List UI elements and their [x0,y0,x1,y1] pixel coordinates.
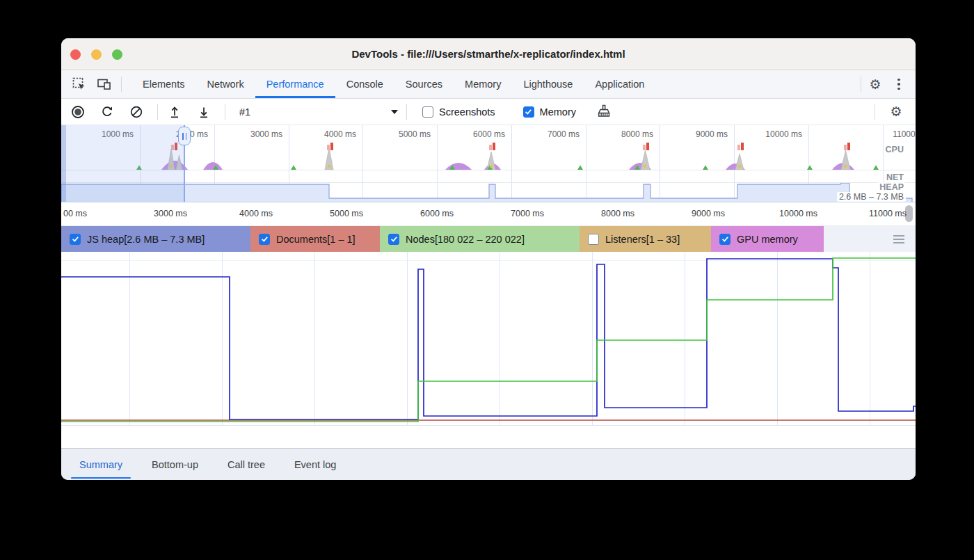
legend-tail [824,226,916,252]
divider [121,77,122,92]
overview-selected-range[interactable] [61,125,185,202]
memory-label: Memory [540,106,576,118]
memory-counters-legend: JS heap[2.6 MB – 7.3 MB] Documents[1 – 1… [61,226,916,252]
screenshots-toggle[interactable]: Screenshots [422,106,495,118]
record-button[interactable] [68,102,88,122]
tab-application[interactable]: Application [584,70,655,98]
device-toolbar-icon[interactable] [95,74,114,94]
legend-listeners[interactable]: Listeners[1 – 33] [580,226,711,252]
memory-counters-chart[interactable] [61,252,916,426]
screen-background: DevTools - file:///Users/stmarthe/x-repl… [0,0,974,560]
tab-sources[interactable]: Sources [394,70,454,98]
detail-tabbar: Summary Bottom-up Call tree Event log [61,448,916,480]
dropdown-caret-icon [391,110,398,114]
inspect-element-icon[interactable] [70,74,89,94]
divider [406,104,407,120]
memory-toggle[interactable]: Memory [523,106,576,118]
documents-checkbox[interactable] [259,234,270,245]
save-profile-icon[interactable] [194,102,214,122]
legend-js-heap[interactable]: JS heap[2.6 MB – 7.3 MB] [61,226,250,252]
listeners-checkbox[interactable] [588,234,599,245]
listeners-label: Listeners[1 – 33] [605,234,680,245]
tab-lighthouse[interactable]: Lighthouse [512,70,584,98]
heap-range-label: 2.6 MB – 7.3 MB [837,192,906,202]
tab-call-tree[interactable]: Call tree [218,449,275,480]
detail-time-ruler: 00 ms3000 ms4000 ms5000 ms6000 ms7000 ms… [61,202,916,226]
screenshots-checkbox[interactable] [422,106,433,118]
tab-summary[interactable]: Summary [70,449,132,480]
collect-garbage-icon[interactable] [594,102,614,122]
tab-bottom-up[interactable]: Bottom-up [142,449,208,480]
counter-series-plot [61,252,916,426]
recording-select[interactable]: #1 [232,103,405,121]
nodes-checkbox[interactable] [388,234,399,245]
clear-recording-button[interactable] [127,102,146,122]
divider [157,104,158,120]
js-heap-label: JS heap[2.6 MB – 7.3 MB] [87,234,205,245]
overview-heap-graph [61,183,916,202]
gpu-memory-checkbox[interactable] [719,234,730,245]
reload-record-button[interactable] [97,102,117,122]
legend-gpu-memory[interactable]: GPU memory [711,226,824,252]
legend-documents[interactable]: Documents[1 – 1] [250,226,380,252]
recording-select-value: #1 [239,106,250,118]
panel-tabs: Elements Network Performance Console Sou… [131,70,655,98]
tab-network[interactable]: Network [195,70,255,98]
gpu-memory-label: GPU memory [737,234,798,245]
tab-memory[interactable]: Memory [454,70,512,98]
cpu-lane-label: CPU [884,145,906,154]
documents-label: Documents[1 – 1] [276,234,356,245]
legend-nodes[interactable]: Nodes[180 022 – 220 022] [380,226,580,252]
tab-event-log[interactable]: Event log [285,449,346,480]
memory-checkbox[interactable] [523,106,534,118]
js-heap-checkbox[interactable] [70,234,81,245]
timeline-overview[interactable]: 1000 ms2000 ms3000 ms4000 ms5000 ms6000 … [61,125,916,202]
capture-settings-gear-icon[interactable]: ⚙ [886,102,906,122]
settings-gear-icon[interactable]: ⚙ [865,74,885,94]
divider [225,104,225,120]
overview-net-lane [61,174,916,183]
devtools-window: DevTools - file:///Users/stmarthe/x-repl… [61,38,916,480]
window-title: DevTools - file:///Users/stmarthe/x-repl… [61,38,916,70]
devtools-tabbar: Elements Network Performance Console Sou… [61,70,916,99]
screenshots-label: Screenshots [439,106,495,118]
tab-performance[interactable]: Performance [255,70,335,98]
heap-lane-label: HEAP [877,182,906,192]
window-titlebar: DevTools - file:///Users/stmarthe/x-repl… [61,38,916,70]
tab-elements[interactable]: Elements [131,70,195,98]
legend-menu-icon[interactable] [893,235,904,243]
nodes-label: Nodes[180 022 – 220 022] [406,234,525,245]
load-profile-icon[interactable] [165,102,184,122]
divider [875,104,875,120]
more-options-icon[interactable] [889,74,909,94]
divider [861,77,861,92]
tab-console[interactable]: Console [335,70,394,98]
performance-toolbar: #1 Screenshots Memory [61,99,916,125]
net-lane-label: NET [884,173,906,182]
selection-drag-handle[interactable] [178,127,191,145]
